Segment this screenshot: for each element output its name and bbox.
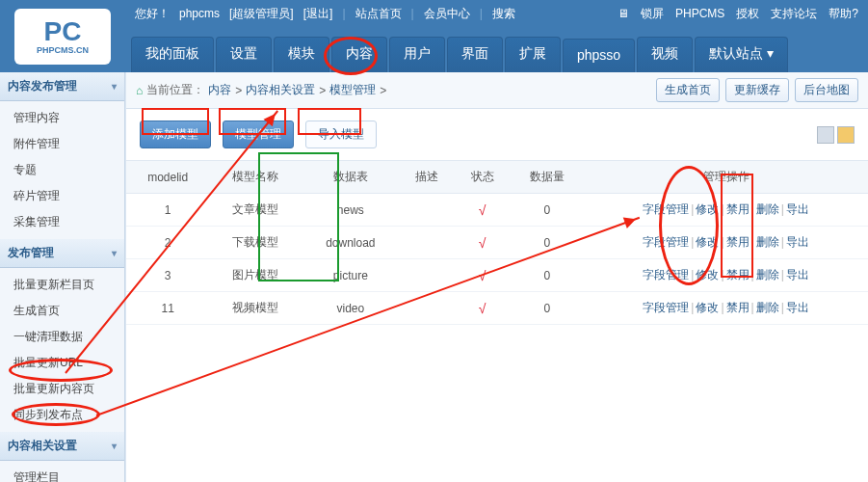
layout-toggle-2[interactable] [837,126,855,144]
nav-tab-2[interactable]: 模块 [274,37,329,72]
username-link[interactable]: phpcms [179,7,220,20]
sidebar-item[interactable]: 同步到发布点 [0,402,124,428]
content-area: ⌂ 当前位置： 内容 > 内容相关设置 > 模型管理 > 生成首页更新缓存后台地… [125,72,868,482]
sidebar-item[interactable]: 一键清理数据 [0,324,124,350]
sidebar-item[interactable]: 管理栏目 [0,465,124,482]
toolbar: 添加模型 模型管理 导入模型 [126,109,868,160]
help-link[interactable]: 帮助? [829,6,858,22]
nav-tab-8[interactable]: 视频 [637,37,693,72]
table-header: 数据量 [510,161,584,194]
table-row: 3图片模型picture√0字段管理|修改|禁用|删除|导出 [126,259,868,292]
add-model-button[interactable]: 添加模型 [140,120,211,148]
nav-tab-4[interactable]: 用户 [389,37,445,72]
sidebar-item[interactable]: 批量更新内容页 [0,376,124,402]
forum-link[interactable]: 支持论坛 [771,6,817,22]
app-header: PC PHPCMS.CN 您好！ phpcms [超级管理员] [退出] | 站… [0,0,868,72]
sidebar: 内容发布管理▾管理内容附件管理专题碎片管理采集管理发布管理▾批量更新栏目页生成首… [0,72,125,482]
member-center-link[interactable]: 会员中心 [424,6,470,22]
crumb-model[interactable]: 模型管理 [329,82,376,98]
row-action[interactable]: 导出 [786,268,809,281]
sidebar-item[interactable]: 批量更新栏目页 [0,272,124,298]
nav-tab-9[interactable]: 默认站点 ▾ [695,37,788,72]
row-action[interactable]: 字段管理 [643,301,689,314]
layout-toggle-1[interactable] [817,126,834,144]
product-link[interactable]: PHPCMS [675,7,724,20]
crumb-settings[interactable]: 内容相关设置 [246,82,315,98]
site-home-link[interactable]: 站点首页 [355,6,402,22]
home-icon[interactable]: ⌂ [136,84,143,97]
row-action[interactable]: 修改 [696,268,719,281]
topbar: 您好！ phpcms [超级管理员] [退出] | 站点首页 | 会员中心 | … [125,0,868,27]
row-action[interactable]: 删除 [756,235,779,249]
crumb-label: 当前位置： [146,82,204,98]
row-action[interactable]: 修改 [696,301,719,314]
table-header: modelid [126,161,209,194]
license-link[interactable]: 授权 [736,6,759,22]
sidebar-item[interactable]: 附件管理 [0,131,124,157]
nav-tab-0[interactable]: 我的面板 [131,37,214,72]
side-group-header[interactable]: 内容发布管理▾ [0,72,124,101]
side-group-header[interactable]: 发布管理▾ [0,239,124,268]
row-action[interactable]: 字段管理 [643,202,689,216]
row-action[interactable]: 字段管理 [643,235,689,249]
row-action[interactable]: 导出 [786,301,809,314]
row-action[interactable]: 修改 [696,235,719,249]
table-header: 状态 [455,161,511,194]
search-link[interactable]: 搜索 [492,6,515,22]
row-action[interactable]: 禁用 [726,268,750,281]
table-header: 管理操作 [584,161,868,194]
monitor-icon: 🖥 [618,7,629,20]
sidebar-item[interactable]: 专题 [0,157,124,183]
model-table: modelid模型名称数据表描述状态数据量管理操作1文章模型news√0字段管理… [126,160,868,325]
nav-tab-5[interactable]: 界面 [447,37,503,72]
side-group-header[interactable]: 内容相关设置▾ [0,432,124,461]
main-nav: 我的面板设置模块内容用户界面扩展phpsso视频默认站点 ▾ [125,27,868,72]
row-action[interactable]: 禁用 [726,301,750,314]
sidebar-item[interactable]: 碎片管理 [0,183,124,209]
crumb-action-button[interactable]: 生成首页 [656,78,720,102]
breadcrumb: ⌂ 当前位置： 内容 > 内容相关设置 > 模型管理 > 生成首页更新缓存后台地… [126,72,868,109]
import-model-button[interactable]: 导入模型 [305,120,377,148]
table-header: 描述 [399,161,455,194]
greeting: 您好！ [135,6,170,22]
table-row: 11视频模型video√0字段管理|修改|禁用|删除|导出 [126,292,868,325]
nav-tab-7[interactable]: phpsso [563,39,635,72]
sidebar-item[interactable]: 管理内容 [0,105,124,131]
row-action[interactable]: 修改 [696,202,719,216]
row-action[interactable]: 删除 [756,202,779,216]
crumb-content[interactable]: 内容 [208,82,231,98]
row-action[interactable]: 禁用 [726,235,750,249]
row-action[interactable]: 导出 [786,202,809,216]
table-row: 1文章模型news√0字段管理|修改|禁用|删除|导出 [126,194,868,227]
nav-tab-3[interactable]: 内容 [331,37,387,72]
row-action[interactable]: 导出 [786,235,809,249]
role-label: [超级管理员] [229,6,294,22]
row-action[interactable]: 删除 [756,268,779,281]
row-action[interactable]: 禁用 [726,202,750,216]
nav-tab-6[interactable]: 扩展 [505,37,561,72]
logo: PC PHPCMS.CN [0,0,125,72]
logout-link[interactable]: [退出] [303,6,333,22]
lock-link[interactable]: 锁屏 [641,6,664,22]
table-header: 数据表 [302,161,399,194]
crumb-action-button[interactable]: 后台地图 [795,78,858,102]
crumb-action-button[interactable]: 更新缓存 [725,78,789,102]
row-action[interactable]: 删除 [756,301,779,314]
row-action[interactable]: 字段管理 [643,268,689,281]
sidebar-item[interactable]: 采集管理 [0,209,124,235]
nav-tab-1[interactable]: 设置 [216,37,272,72]
table-row: 2下载模型download√0字段管理|修改|禁用|删除|导出 [126,227,868,259]
sidebar-item[interactable]: 批量更新URL [0,350,124,376]
